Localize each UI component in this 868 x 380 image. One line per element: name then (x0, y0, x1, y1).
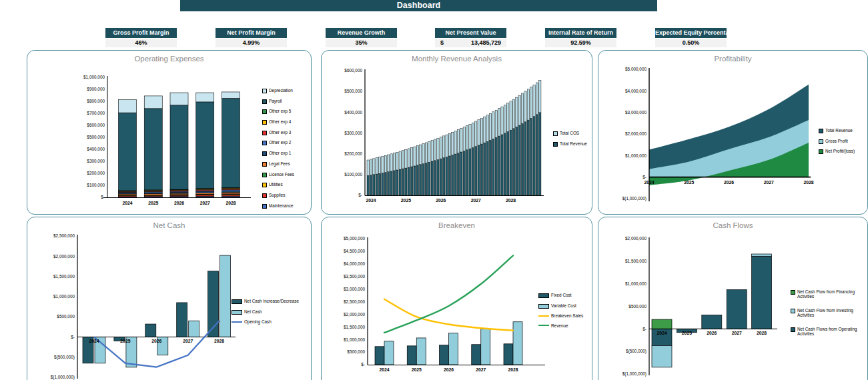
svg-text:$100,000: $100,000 (87, 183, 105, 187)
svg-text:$-: $- (642, 327, 646, 331)
legend-swatch-icon (262, 141, 267, 145)
chart-legend: Net Cash Increase/DecreaseNet CashOpenin… (232, 299, 299, 329)
legend-label: Net Cash (244, 309, 262, 314)
legend-label: Other exp 1 (269, 151, 291, 155)
svg-text:2025: 2025 (412, 367, 422, 372)
svg-text:2027: 2027 (471, 198, 481, 203)
legend-item: Legal Fees (262, 161, 294, 167)
svg-text:2025: 2025 (401, 198, 411, 203)
panel-operating-expenses[interactable]: Operating Expenses $1,000,000$900,000$80… (27, 50, 312, 215)
legend-label: Fixed Cost (551, 293, 572, 297)
kpi-card[interactable]: Net Profit Margin4.99% (215, 28, 287, 47)
svg-text:2024: 2024 (644, 180, 654, 185)
legend-swatch-icon (232, 310, 242, 315)
legend-swatch-icon (262, 99, 267, 104)
panel-monthly-revenue[interactable]: Monthly Revenue Analysis $600,000$500,00… (321, 50, 592, 215)
svg-text:$600,000: $600,000 (87, 123, 105, 127)
kpi-card[interactable]: Net Present Value$13,485,729 (435, 28, 506, 47)
legend-label: Breakeven Sales (551, 313, 583, 318)
legend-label: Net Cash Flow from Investing Activities (797, 308, 865, 317)
legend-item: Net Cash Flows from Operating Activities (791, 327, 865, 336)
legend-label: Total Revenue (825, 128, 853, 133)
legend-swatch-icon (538, 304, 549, 309)
chart-legend: Net Cash Flow from Financing ActivitiesN… (791, 289, 865, 345)
chart-legend: DepreciationPayrollOther exp 5Other exp … (262, 88, 294, 213)
panel-cash-flows[interactable]: Cash Flows $2,000,000$1,500,000$1,000,00… (598, 217, 868, 380)
svg-text:$2,000,000: $2,000,000 (53, 254, 75, 259)
legend-item: Other exp 1 (262, 151, 294, 156)
svg-text:$1,000,000: $1,000,000 (53, 294, 75, 299)
svg-text:$4,000,000: $4,000,000 (344, 261, 365, 266)
svg-text:$2,000,000: $2,000,000 (625, 131, 646, 136)
svg-text:$-: $- (71, 335, 75, 339)
legend-label: Revenue (551, 323, 568, 328)
svg-text:$-: $- (358, 193, 362, 197)
svg-text:$(500,000): $(500,000) (54, 355, 75, 360)
svg-text:$2,500,000: $2,500,000 (53, 233, 75, 238)
svg-text:2028: 2028 (226, 201, 236, 205)
panel-profitability[interactable]: Profitability $5,000,000$4,000,000$3,000… (598, 50, 868, 215)
svg-text:$200,000: $200,000 (344, 151, 362, 156)
svg-text:2024: 2024 (89, 339, 99, 343)
svg-text:2028: 2028 (757, 331, 767, 335)
svg-text:2026: 2026 (707, 331, 717, 335)
legend-label: Total Revenue (560, 141, 587, 146)
kpi-value: 0.50% (655, 39, 727, 47)
kpi-card[interactable]: Expected Equity Percentage0.50% (655, 28, 727, 47)
dashboard-title-bar: Dashboard (180, 0, 657, 11)
monthly-revenue-chart: $600,000$500,000$400,000$300,000$200,000… (322, 51, 593, 214)
legend-swatch-icon (262, 193, 267, 198)
legend-swatch-icon (262, 173, 267, 177)
svg-text:$5,000,000: $5,000,000 (344, 236, 365, 241)
svg-text:$(1,000,000): $(1,000,000) (51, 375, 75, 380)
legend-item: Net Profit/(loss) (819, 149, 855, 154)
kpi-value: 46% (105, 39, 177, 47)
panel-net-cash[interactable]: Net Cash $2,500,000$2,000,000$1,500,000$… (27, 217, 312, 380)
legend-swatch-icon (791, 327, 795, 332)
legend-swatch-icon (232, 299, 242, 304)
legend-swatch-icon (538, 293, 549, 298)
svg-text:2027: 2027 (764, 180, 774, 185)
legend-item: Other exp 4 (262, 119, 294, 125)
kpi-card[interactable]: Revenue Growth35% (326, 28, 397, 47)
legend-swatch-icon (538, 325, 549, 326)
kpi-card[interactable]: Internal Rate of Return92.59% (545, 28, 616, 47)
legend-swatch-icon (538, 315, 549, 317)
legend-item: Breakeven Sales (538, 313, 583, 318)
svg-text:$200,000: $200,000 (87, 171, 105, 175)
svg-text:$3,500,000: $3,500,000 (344, 274, 365, 279)
legend-item: Opening Cash (232, 319, 299, 324)
legend-item: Gross Profit (819, 139, 855, 144)
legend-label: Payroll (269, 99, 282, 103)
svg-text:$600,000: $600,000 (344, 68, 362, 73)
legend-swatch-icon (791, 290, 795, 295)
svg-text:2028: 2028 (506, 198, 516, 203)
svg-text:$3,000,000: $3,000,000 (625, 110, 646, 115)
legend-label: Other exp 3 (269, 130, 291, 135)
legend-item: Net Cash Flow from Financing Activities (791, 289, 865, 299)
svg-text:2024: 2024 (366, 198, 376, 203)
svg-text:$4,500,000: $4,500,000 (344, 249, 365, 253)
legend-label: Maintenance (269, 203, 294, 208)
svg-text:2028: 2028 (508, 367, 518, 372)
kpi-label: Net Present Value (435, 28, 506, 38)
svg-text:2024: 2024 (122, 201, 132, 205)
svg-text:$1,000,000: $1,000,000 (83, 75, 105, 79)
svg-text:$2,000,000: $2,000,000 (625, 236, 646, 241)
svg-text:$500,000: $500,000 (347, 349, 365, 354)
kpi-value: 35% (326, 39, 397, 47)
svg-text:$1,000,000: $1,000,000 (625, 153, 646, 158)
svg-text:$1,500,000: $1,500,000 (625, 259, 646, 263)
legend-item: Utilities (262, 182, 294, 187)
legend-item: Payroll (262, 99, 294, 104)
svg-text:2025: 2025 (684, 180, 694, 185)
legend-label: Net Cash Flows from Operating Activities (797, 327, 865, 336)
svg-text:2026: 2026 (724, 180, 734, 185)
legend-label: Depreciation (269, 88, 293, 93)
panel-breakeven[interactable]: Breakeven $5,000,000$4,500,000$4,000,000… (321, 217, 592, 380)
legend-item: Net Cash (232, 309, 299, 315)
svg-text:$(500,000): $(500,000) (626, 349, 646, 354)
svg-text:2024: 2024 (657, 331, 667, 335)
kpi-card[interactable]: Gross Profit Margin46% (105, 28, 177, 47)
legend-swatch-icon (819, 129, 823, 133)
